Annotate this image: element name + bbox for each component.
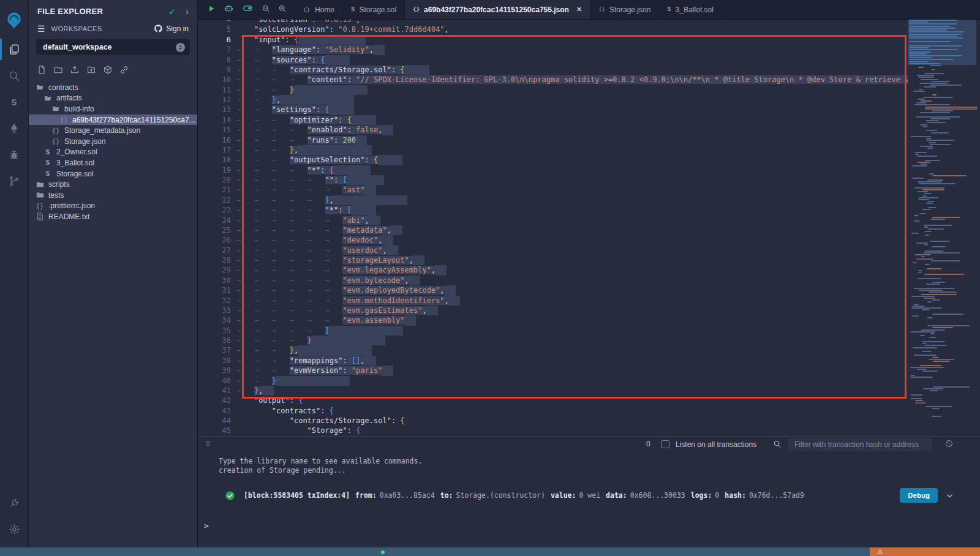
- alert-icon: [877, 549, 883, 555]
- sol-icon: S: [45, 159, 50, 166]
- tx-field-key: hash:: [725, 491, 746, 500]
- tree-item[interactable]: scripts: [29, 179, 197, 190]
- sol-icon: S: [667, 7, 671, 12]
- workspace-switch-icon[interactable]: [176, 43, 185, 52]
- tab-3-ballot-sol[interactable]: S3_Ballot.sol: [659, 0, 722, 19]
- plug-icon: [9, 497, 20, 509]
- terminal-toolbar: 0 Listen on all transactions: [198, 437, 980, 453]
- tx-filter-input[interactable]: [788, 438, 932, 451]
- code-line: 14→ → → "optimizer": {: [198, 115, 908, 125]
- debug-button[interactable]: Debug: [900, 488, 938, 503]
- new-folder-icon: [53, 65, 63, 75]
- tree-item[interactable]: build-info: [29, 103, 197, 115]
- minimap-viewport[interactable]: [908, 20, 976, 65]
- tree-item[interactable]: README.txt: [29, 211, 197, 222]
- tree-item-label: build-info: [64, 105, 94, 113]
- sign-in-button[interactable]: Sign in: [154, 24, 189, 33]
- workspace-select[interactable]: default_workspace: [36, 39, 190, 55]
- scam-alert-segment[interactable]: [870, 547, 980, 556]
- terminal-log-line: creation of Storage pending...: [219, 466, 422, 475]
- ai-assistant-button[interactable]: [224, 3, 234, 16]
- tree-item-label: Storage.json: [64, 137, 105, 146]
- iconbar-debugger[interactable]: [0, 141, 29, 168]
- tree-item[interactable]: {}.prettierrc.json: [29, 201, 197, 212]
- github-icon: [154, 24, 163, 33]
- code-line: 15→ → → → "enabled": false,: [198, 125, 908, 135]
- tree-item[interactable]: artifacts: [29, 93, 197, 104]
- sol-icon: S: [351, 7, 355, 12]
- eth-icon: [8, 122, 20, 135]
- tx-field-key: logs:: [691, 491, 712, 500]
- tab-storage-sol[interactable]: SStorage.sol: [343, 0, 405, 19]
- iconbar-search[interactable]: [0, 62, 29, 89]
- iconbar-file-explorer[interactable]: [0, 36, 29, 62]
- status-bar: [0, 547, 980, 556]
- minimap[interactable]: [908, 20, 980, 436]
- code-line: 6 "input": {: [198, 35, 908, 45]
- terminal-log-line: Type the library name to see available c…: [219, 457, 422, 466]
- terminal-prompt[interactable]: >: [204, 521, 209, 530]
- code-line: 4 "solcVersion": "0.8.19",: [198, 20, 908, 24]
- file-tree: contractsartifactsbuild-info{}a69b43f277…: [29, 82, 197, 222]
- files-icon: [8, 43, 20, 56]
- zoom-in-button[interactable]: [278, 4, 287, 15]
- iconbar-deploy-run[interactable]: [0, 115, 29, 141]
- transaction-row[interactable]: [block:5583405 txIndex:4]from:0xa03...85…: [225, 488, 968, 503]
- chevron-right-icon[interactable]: ›: [186, 6, 189, 17]
- tab-a69b43f277ba20fcac141151250ca755-json[interactable]: {}a69b43f277ba20fcac141151250ca755.json✕: [405, 0, 590, 19]
- close-tab-icon[interactable]: ✕: [576, 6, 582, 13]
- tree-item[interactable]: S2_Owner.sol: [29, 147, 197, 158]
- code-line: 20→ → → → → "": [: [198, 175, 908, 185]
- tree-item[interactable]: {}a69b43f277ba20fcac141151250ca7...: [29, 115, 197, 126]
- tree-item[interactable]: contracts: [29, 82, 197, 93]
- upload-folder-button[interactable]: [86, 65, 96, 77]
- iconbar-settings[interactable]: [0, 516, 29, 543]
- code-line: 19→ → → → "*": {: [198, 165, 908, 175]
- code-line: 45 "Storage": {: [198, 426, 908, 435]
- iconbar-solidity-compiler[interactable]: S: [0, 89, 29, 115]
- code-line: 7→ → "language": "Solidity",: [198, 45, 908, 54]
- ai-toggle-button[interactable]: [242, 2, 254, 17]
- tree-item[interactable]: tests: [29, 190, 197, 201]
- code-line: 9→ → → "contracts/Storage.sol": {: [198, 65, 908, 75]
- sign-in-label: Sign in: [166, 24, 189, 33]
- tree-item-label: .prettierrc.json: [48, 201, 95, 210]
- branch-icon: [8, 175, 20, 187]
- link-button[interactable]: [119, 65, 129, 77]
- iconbar-git[interactable]: [0, 168, 29, 194]
- code-line: 34→ → → → → → "evm.assembly": [198, 315, 908, 325]
- new-file-button[interactable]: [37, 65, 47, 77]
- search-icon[interactable]: [773, 440, 782, 448]
- check-icon[interactable]: ✓: [168, 7, 176, 17]
- code-line: 8→ → "sources": {: [198, 55, 908, 65]
- folder-icon: [36, 180, 45, 189]
- robot-icon: [224, 3, 234, 13]
- json-icon: {}: [598, 7, 605, 12]
- chevron-down-icon[interactable]: [945, 491, 954, 500]
- tab-home[interactable]: Home: [295, 0, 343, 19]
- code-line: 33→ → → → → → "evm.gasEstimates",: [198, 306, 908, 315]
- cube-button[interactable]: [103, 65, 113, 77]
- code-line: 39→ → → "evmVersion": "paris": [198, 366, 908, 375]
- tab-label: a69b43f277ba20fcac141151250ca755.json: [424, 6, 569, 14]
- tree-item[interactable]: {}Storage_metadata.json: [29, 125, 197, 136]
- tab-storage-json[interactable]: {}Storage.json: [590, 0, 659, 19]
- listen-all-checkbox[interactable]: [662, 440, 669, 448]
- iconbar-plugin-manager[interactable]: [0, 490, 29, 516]
- tx-field-key: data:: [606, 491, 627, 500]
- clear-console-icon[interactable]: [944, 439, 954, 448]
- tree-item[interactable]: SStorage.sol: [29, 168, 197, 179]
- new-folder-button[interactable]: [53, 65, 63, 77]
- tree-item[interactable]: {}Storage.json: [29, 136, 197, 147]
- expand-terminal-icon[interactable]: [203, 439, 213, 448]
- code-surface[interactable]: 4 "solcVersion": "0.8.19",5 "solcLongVer…: [198, 20, 908, 436]
- upload-file-button[interactable]: [70, 65, 80, 77]
- iconbar-remix-logo[interactable]: [0, 4, 29, 36]
- toggle-icon: [242, 2, 254, 14]
- run-script-button[interactable]: [207, 4, 216, 15]
- hamburger-icon[interactable]: ☰: [37, 24, 45, 33]
- zoom-out-button[interactable]: [262, 4, 270, 15]
- tree-item[interactable]: S3_Ballot.sol: [29, 157, 197, 168]
- search-icon: [8, 70, 20, 82]
- code-line: 26→ → → → → → "devdoc",: [198, 235, 908, 245]
